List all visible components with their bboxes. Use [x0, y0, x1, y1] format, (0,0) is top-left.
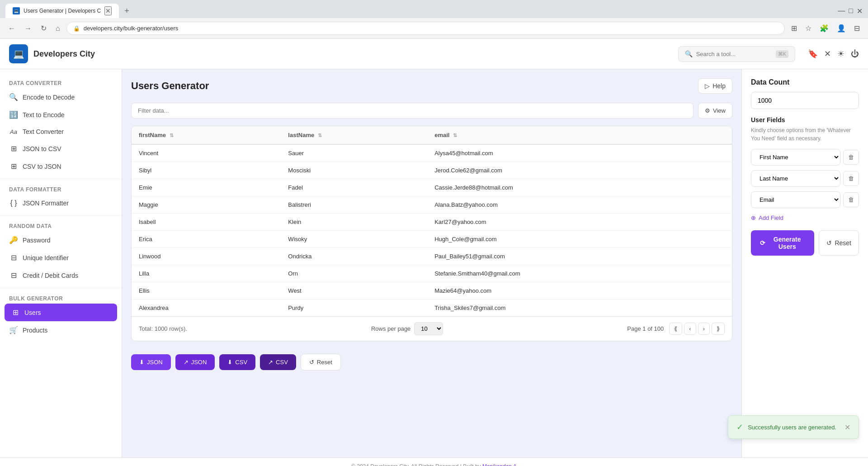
twitter-icon[interactable]: ✕	[824, 49, 831, 59]
field-select[interactable]: Last Name First Name Last Name Email Pho…	[751, 170, 840, 187]
view-button[interactable]: ⚙ View	[698, 103, 732, 119]
sidebar-item-text-converter[interactable]: Aa Text Converter	[0, 124, 122, 140]
home-button[interactable]: ⌂	[53, 23, 63, 34]
success-toast: ✓ Successfully users are generated. ✕	[728, 415, 859, 439]
sidebar-toggle-icon[interactable]: ⊟	[851, 22, 863, 34]
lock-icon: 🔒	[73, 25, 80, 32]
footer-text: © 2024 Developers City, All Rights Reser…	[351, 463, 481, 466]
download-json-button-1[interactable]: ⬇ JSON	[131, 354, 171, 370]
reset-action-button[interactable]: ↺ Reset	[301, 354, 341, 371]
grid-icon: ⊞	[9, 162, 18, 171]
sidebar-item-unique-identifier[interactable]: ⊟ Unique Identifier	[0, 249, 122, 266]
field-delete-button[interactable]: 🗑	[843, 150, 859, 165]
download-json-button-2[interactable]: ↗ JSON	[175, 354, 215, 370]
tab-close-button[interactable]: ✕	[104, 6, 112, 15]
theme-toggle-icon[interactable]: ☀	[837, 49, 844, 59]
forward-button[interactable]: →	[22, 23, 34, 34]
add-field-button[interactable]: ⊕ Add Field	[751, 213, 783, 223]
sidebar-item-encode-to-decode[interactable]: 🔍 Encode to Decode	[0, 88, 122, 106]
sidebar-item-password[interactable]: 🔑 Password	[0, 231, 122, 249]
generate-label: Generate Users	[769, 236, 805, 250]
extensions-icon[interactable]: 🧩	[817, 22, 831, 34]
first-page-button[interactable]: ⟪	[669, 323, 682, 335]
card-icon: ⊟	[9, 271, 18, 280]
sidebar-section-data-converter: Data Converter 🔍 Encode to Decode 🔢 Text…	[0, 76, 122, 175]
field-select[interactable]: Email First Name Last Name Email Phone A…	[751, 191, 840, 208]
toast-success-icon: ✓	[736, 422, 743, 432]
sidebar-label-password: Password	[23, 237, 50, 244]
user-fields-title: User Fields	[751, 116, 859, 124]
reset-panel-button[interactable]: ↺ Reset	[819, 230, 859, 256]
prev-page-button[interactable]: ‹	[684, 323, 696, 335]
sidebar-item-credit-debit-cards[interactable]: ⊟ Credit / Debit Cards	[0, 266, 122, 284]
main-content: Users Generator ▷ Help ⚙ View firstName …	[122, 69, 741, 457]
window-minimize-button[interactable]: —	[838, 7, 845, 15]
sidebar-label-text-converter: Text Converter	[23, 128, 64, 135]
key-icon: 🔑	[9, 236, 18, 244]
rows-per-page-label: Rows per page	[371, 325, 410, 332]
sidebar-item-json-formatter[interactable]: { } JSON Formatter	[0, 195, 122, 212]
plus-circle-icon: ⊕	[751, 214, 756, 221]
sidebar-item-products[interactable]: 🛒 Products	[0, 321, 122, 339]
field-row: Last Name First Name Last Name Email Pho…	[751, 170, 859, 187]
power-icon[interactable]: ⏻	[851, 49, 859, 59]
col-email[interactable]: email ⇅	[427, 126, 732, 144]
address-input[interactable]	[84, 25, 778, 32]
sidebar-section-title-random-data: Random Data	[0, 219, 122, 231]
reset-icon: ↺	[309, 359, 314, 366]
table-row: AlexandreaPurdyTrisha_Skiles7@gmail.com	[132, 300, 732, 317]
next-page-button[interactable]: ›	[698, 323, 710, 335]
reset-panel-label: Reset	[835, 239, 851, 247]
download-csv-label: CSV	[235, 359, 247, 366]
field-delete-button[interactable]: 🗑	[843, 171, 859, 186]
table-row: MaggieBalistreriAlana.Batz@yahoo.com	[132, 196, 732, 214]
reload-button[interactable]: ↻	[38, 22, 49, 34]
text-icon: Aa	[9, 128, 18, 135]
sidebar-label-credit-debit-cards: Credit / Debit Cards	[23, 272, 78, 279]
browser-tab[interactable]: 💻 Users Generator | Developers C ✕	[5, 4, 119, 18]
generate-users-button[interactable]: ⟳ Generate Users	[751, 230, 814, 256]
download-csv-button-1[interactable]: ⬇ CSV	[219, 354, 255, 370]
sidebar-item-json-to-csv[interactable]: ⊞ JSON to CSV	[0, 140, 122, 157]
help-button[interactable]: ▷ Help	[698, 78, 732, 94]
sidebar-section-bulk-generator: Bulk Generator ⊞ Users 🛒 Products	[0, 292, 122, 339]
table-row: LinwoodOndrickaPaul_Bailey51@gmail.com	[132, 248, 732, 265]
toast-close-button[interactable]: ✕	[844, 423, 850, 432]
last-page-button[interactable]: ⟫	[712, 323, 725, 335]
sidebar-label-encode-to-decode: Encode to Decode	[23, 94, 75, 101]
footer-author-link[interactable]: Manikandan A	[482, 463, 517, 466]
share-icon: ↗	[184, 359, 189, 366]
sidebar-item-csv-to-json[interactable]: ⊞ CSV to JSON	[0, 157, 122, 175]
filter-input[interactable]	[131, 103, 693, 119]
table-row: LillaOrnStefanie.Smitham40@gmail.com	[132, 265, 732, 282]
field-delete-button[interactable]: 🗑	[843, 192, 859, 207]
new-tab-button[interactable]: +	[121, 5, 133, 18]
bookmark-list-icon[interactable]: ⊞	[788, 22, 800, 34]
bookmark-icon[interactable]: ☆	[802, 22, 814, 34]
rows-per-page-select[interactable]: 10 25 50 100	[414, 322, 443, 335]
data-count-input[interactable]	[751, 92, 859, 109]
back-button[interactable]: ←	[5, 23, 18, 34]
help-label: Help	[712, 82, 726, 90]
search-shortcut: ⌘K	[776, 50, 788, 58]
bookmark-header-icon[interactable]: 🔖	[808, 49, 818, 59]
col-lastname[interactable]: lastName ⇅	[281, 126, 427, 144]
sidebar: Data Converter 🔍 Encode to Decode 🔢 Text…	[0, 69, 122, 457]
col-firstname[interactable]: firstName ⇅	[132, 126, 281, 144]
download-csv-button-2[interactable]: ↗ CSV	[260, 354, 296, 370]
sidebar-section-title-data-formatter: Data Formatter	[0, 183, 122, 195]
window-close-button[interactable]: ✕	[857, 7, 863, 15]
sidebar-item-users[interactable]: ⊞ Users	[5, 304, 117, 321]
table-row: EricaWisokyHugh_Cole@gmail.com	[132, 231, 732, 248]
profile-icon[interactable]: 👤	[834, 22, 849, 34]
sidebar-label-users: Users	[24, 309, 41, 316]
sidebar-item-text-to-encode[interactable]: 🔢 Text to Encode	[0, 106, 122, 124]
sidebar-section-title-data-converter: Data Converter	[0, 76, 122, 88]
field-select[interactable]: First Name First Name Last Name Email Ph…	[751, 149, 840, 166]
search-input[interactable]	[696, 51, 772, 57]
sidebar-label-json-to-csv: JSON to CSV	[23, 145, 61, 152]
sidebar-label-text-to-encode: Text to Encode	[23, 111, 65, 119]
window-maximize-button[interactable]: □	[849, 7, 853, 15]
search-icon: 🔍	[685, 50, 693, 57]
user-fields-hint: Kindly choose options from the 'Whatever…	[751, 126, 859, 143]
